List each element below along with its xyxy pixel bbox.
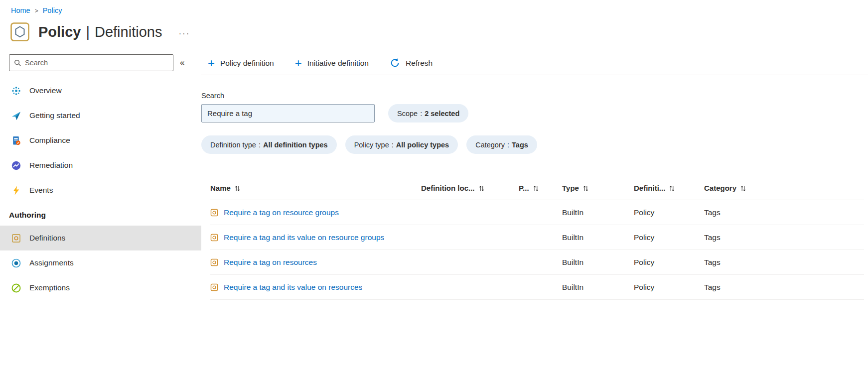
- cell-category: Tags: [704, 208, 864, 217]
- initiative-definition-button[interactable]: + Initiative definition: [295, 58, 369, 68]
- sort-icon: [533, 184, 539, 192]
- sidebar-item-events[interactable]: Events: [0, 178, 201, 203]
- policy-page-icon: [10, 22, 30, 42]
- sidebar-item-label: Remediation: [29, 161, 73, 170]
- pill-label: Policy type: [354, 141, 389, 149]
- more-options-button[interactable]: ···: [178, 25, 190, 39]
- azure-policy-definitions-page: Home > Policy Policy | Definitions ···: [0, 0, 868, 300]
- definition-link[interactable]: Require a tag on resources: [224, 258, 317, 267]
- plus-icon: +: [208, 58, 215, 68]
- cell-definition-type: Policy: [634, 258, 704, 267]
- column-label: Type: [562, 184, 579, 192]
- filter-pill-policy-type[interactable]: Policy type : All policy types: [345, 135, 458, 154]
- cell-category: Tags: [704, 258, 864, 267]
- policy-definition-icon: [210, 234, 218, 242]
- pill-label: Scope: [397, 110, 418, 118]
- column-header-definition-type[interactable]: Definiti...: [634, 184, 704, 192]
- column-header-category[interactable]: Category: [704, 184, 864, 192]
- assignments-icon: [11, 258, 21, 268]
- breadcrumb: Home > Policy: [0, 0, 868, 14]
- sidebar-item-compliance[interactable]: Compliance: [0, 128, 201, 153]
- definitions-table: Name Definition loc... P... Type: [201, 176, 868, 300]
- search-label: Search: [201, 92, 868, 100]
- breadcrumb-chevron-icon: >: [35, 7, 38, 14]
- column-label: Definition loc...: [421, 184, 475, 192]
- page-title: Policy | Definitions: [38, 24, 162, 40]
- pill-separator: :: [392, 141, 394, 149]
- sort-icon: [235, 184, 240, 192]
- compliance-icon: [11, 136, 21, 145]
- sidebar-item-label: Overview: [29, 86, 62, 95]
- sidebar-item-label: Events: [29, 186, 53, 195]
- column-label: Definiti...: [634, 184, 665, 192]
- getting-started-icon: [11, 111, 21, 121]
- main-panel: + Policy definition + Initiative definit…: [201, 54, 868, 300]
- filter-pill-scope[interactable]: Scope : 2 selected: [388, 104, 468, 123]
- policy-definition-icon: [210, 258, 218, 266]
- definitions-icon: [11, 234, 21, 243]
- column-header-type[interactable]: Type: [562, 184, 634, 192]
- search-icon: [14, 59, 21, 67]
- cell-type: BuiltIn: [562, 233, 634, 242]
- refresh-button-label: Refresh: [406, 59, 433, 68]
- filter-pill-category[interactable]: Category : Tags: [466, 135, 537, 154]
- policy-definition-button-label: Policy definition: [220, 59, 274, 68]
- pill-separator: :: [420, 110, 422, 118]
- cell-type: BuiltIn: [562, 208, 634, 217]
- sidebar-search-row: «: [0, 54, 201, 71]
- policy-definition-icon: [210, 283, 218, 291]
- sidebar-item-definitions[interactable]: Definitions: [0, 226, 201, 250]
- content-area: « Overview: [0, 54, 868, 300]
- sidebar-item-overview[interactable]: Overview: [0, 78, 201, 103]
- sidebar-item-assignments[interactable]: Assignments: [0, 250, 201, 275]
- sidebar-section-authoring: Authoring: [0, 203, 201, 226]
- overview-icon: [11, 86, 21, 96]
- pill-separator: :: [507, 141, 509, 149]
- sidebar-item-label: Exemptions: [29, 283, 70, 292]
- sidebar-search-box: [9, 54, 173, 71]
- column-header-policies[interactable]: P...: [519, 184, 562, 192]
- sidebar-search-input[interactable]: [25, 59, 168, 67]
- definition-link[interactable]: Require a tag and its value on resource …: [224, 233, 384, 242]
- collapse-sidebar-button[interactable]: «: [180, 58, 184, 68]
- sidebar-nav: Overview Getting started: [0, 78, 201, 300]
- table-row: Require a tag and its value on resource …: [210, 225, 864, 250]
- definition-link[interactable]: Require a tag on resource groups: [224, 208, 339, 217]
- breadcrumb-home-link[interactable]: Home: [11, 6, 30, 14]
- filter-row-2: Definition type : All definition types P…: [201, 135, 868, 154]
- events-icon: [11, 186, 21, 195]
- definition-link[interactable]: Require a tag and its value on resources: [224, 283, 362, 292]
- policy-definition-button[interactable]: + Policy definition: [208, 58, 274, 68]
- cell-definition-type: Policy: [634, 283, 704, 292]
- cell-type: BuiltIn: [562, 283, 634, 292]
- table-row: Require a tag on resources BuiltIn Polic…: [210, 250, 864, 275]
- sort-icon: [583, 184, 588, 192]
- policy-definition-icon: [210, 209, 218, 217]
- pill-value: 2 selected: [425, 110, 459, 118]
- table-row: Require a tag and its value on resources…: [210, 275, 864, 300]
- column-label: Name: [210, 184, 231, 192]
- cell-category: Tags: [704, 283, 864, 292]
- pill-value: Tags: [512, 141, 528, 149]
- breadcrumb-policy-link[interactable]: Policy: [43, 6, 62, 14]
- cell-definition-type: Policy: [634, 233, 704, 242]
- column-header-definition-location[interactable]: Definition loc...: [421, 184, 519, 192]
- pill-value: All definition types: [263, 141, 328, 149]
- filter-row-1: Scope : 2 selected: [201, 104, 868, 123]
- page-header: Policy | Definitions ···: [0, 14, 868, 42]
- filter-pill-definition-type[interactable]: Definition type : All definition types: [201, 135, 337, 154]
- page-title-separator: |: [86, 24, 90, 40]
- sidebar-item-label: Definitions: [29, 234, 65, 243]
- sidebar: « Overview: [0, 54, 201, 300]
- page-title-blade: Definitions: [95, 24, 162, 40]
- initiative-definition-button-label: Initiative definition: [307, 59, 369, 68]
- sidebar-item-remediation[interactable]: Remediation: [0, 153, 201, 178]
- sidebar-item-getting-started[interactable]: Getting started: [0, 103, 201, 128]
- sidebar-item-exemptions[interactable]: Exemptions: [0, 275, 201, 300]
- refresh-button[interactable]: Refresh: [390, 58, 433, 68]
- column-label: P...: [519, 184, 529, 192]
- page-title-app: Policy: [38, 24, 81, 40]
- definition-search-input[interactable]: [201, 104, 375, 123]
- pill-label: Definition type: [210, 141, 256, 149]
- column-header-name[interactable]: Name: [210, 184, 421, 192]
